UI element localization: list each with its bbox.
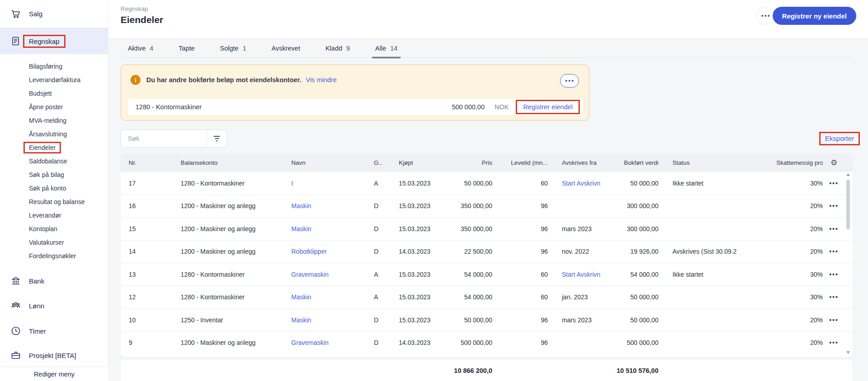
tab-alle[interactable]: Alle14: [375, 39, 397, 58]
cell-actions: •••: [823, 225, 845, 232]
asset-name-link[interactable]: Maskin: [291, 316, 311, 324]
cell-status: Avskrives (Sist 30.09.2: [658, 248, 776, 255]
cell-konto: 1280 - Kontormaskiner: [181, 271, 291, 278]
asset-name-link[interactable]: Robotklipper: [291, 248, 327, 255]
briefcase-icon: [10, 349, 22, 361]
cart-icon: [10, 8, 22, 20]
scrollbar-thumb[interactable]: [846, 180, 850, 229]
row-menu-button[interactable]: •••: [829, 271, 839, 278]
gear-icon[interactable]: ⚙: [831, 158, 837, 167]
cell-pris: 50 000,00: [439, 180, 492, 187]
asset-name-link[interactable]: Maskin: [291, 293, 311, 301]
cell-bokfort: 500 000,00: [616, 339, 658, 346]
tab-kladd[interactable]: Kladd9: [326, 39, 350, 58]
asset-name-link[interactable]: I: [291, 180, 293, 187]
col-g[interactable]: G..: [374, 159, 399, 166]
vertical-scrollbar[interactable]: [845, 173, 851, 354]
cell-navn: Robotklipper: [291, 248, 374, 255]
table-row: 151200 - Maskiner og anleggMaskinD15.03.…: [121, 217, 853, 240]
col-prosent[interactable]: Skattemessig prosent: [776, 159, 823, 166]
start-depreciation-link[interactable]: Start Avskrivn: [562, 271, 600, 278]
sidebar-item-lonn[interactable]: Lønn: [0, 296, 108, 316]
row-menu-button[interactable]: •••: [829, 339, 839, 346]
sidebar-item-mva-melding[interactable]: MVA-melding: [0, 114, 108, 127]
cell-bokfort: 50 000,00: [616, 293, 658, 301]
row-menu-button[interactable]: •••: [829, 316, 839, 324]
cell-nr: 14: [129, 248, 181, 255]
sidebar-item-prosjekt[interactable]: Prosjekt [BETA]: [0, 345, 108, 365]
sidebar-item-saldobalanse[interactable]: Saldobalanse: [0, 154, 108, 168]
tab-avskrevet[interactable]: Avskrevet: [271, 39, 300, 58]
currency-label: NOK: [495, 103, 509, 111]
sidebar-item-fordelingsnokler[interactable]: Fordelingsnøkler: [0, 249, 108, 263]
sidebar-item-bilagsforing[interactable]: Bilagsføring: [0, 60, 108, 73]
sidebar-item-arsavslutning[interactable]: Årsavslutning: [0, 127, 108, 141]
sidebar-item-timer[interactable]: Timer: [0, 321, 108, 341]
asset-name-link[interactable]: Gravemaskin: [291, 339, 328, 346]
row-menu-button[interactable]: •••: [829, 293, 839, 301]
sidebar-item-apne-poster[interactable]: Åpne poster: [0, 100, 108, 114]
assets-table: Nr.BalansekontoNavnG..KjøptPrisLevetid (…: [121, 153, 853, 358]
col-status[interactable]: Status: [658, 159, 776, 166]
cell-g: D: [374, 202, 399, 209]
tab-aktive[interactable]: Aktive4: [128, 39, 154, 58]
cell-g: D: [374, 225, 399, 232]
annotation-box: Registrer eiendel: [516, 100, 580, 114]
col-konto[interactable]: Balansekonto: [181, 159, 291, 166]
cell-avskrives: jan. 2023: [548, 293, 616, 301]
sidebar-item-resultat-og-balanse[interactable]: Resultat og balanse: [0, 195, 108, 209]
sidebar-item-valutakurser[interactable]: Valutakurser: [0, 236, 108, 249]
col-pris[interactable]: Pris: [439, 159, 492, 166]
cell-actions: •••: [823, 202, 845, 209]
col-nr[interactable]: Nr.: [129, 159, 181, 166]
cell-bokfort: 50 000,00: [616, 316, 658, 324]
row-menu-button[interactable]: •••: [829, 248, 839, 255]
col-avskrives[interactable]: Avskrives fra: [548, 159, 616, 166]
banner-more-button[interactable]: [560, 74, 579, 88]
sidebar-item-regnskap[interactable]: Regnskap: [0, 28, 108, 54]
cell-actions: •••: [823, 271, 845, 278]
sidebar-item-salg[interactable]: Salg: [0, 0, 108, 28]
filter-icon: [214, 136, 220, 141]
sidebar-item-sok-pa-konto[interactable]: Søk på konto: [0, 181, 108, 195]
breadcrumb[interactable]: Regnskap: [121, 5, 148, 12]
sidebar-item-sok-pa-bilag[interactable]: Søk på bilag: [0, 168, 108, 181]
asset-name-link[interactable]: Maskin: [291, 225, 311, 232]
cell-actions: •••: [823, 293, 845, 301]
sidebar-item-budsjett[interactable]: Budsjett: [0, 87, 108, 100]
table-row: 91200 - Maskiner og anleggGravemaskinD14…: [121, 331, 853, 354]
search-input[interactable]: [121, 130, 206, 147]
row-menu-button[interactable]: •••: [829, 202, 839, 209]
asset-name-link[interactable]: Gravemaskin: [291, 271, 328, 278]
sidebar-item-leverandor[interactable]: Leverandør: [0, 209, 108, 222]
col-navn[interactable]: Navn: [291, 159, 374, 166]
tab-tapte[interactable]: Tapte: [179, 39, 195, 58]
register-new-asset-button[interactable]: Registrer ny eiendel: [773, 7, 856, 25]
sidebar-item-leverandorfaktura[interactable]: Leverandørfaktura: [0, 73, 108, 87]
col-bokfort[interactable]: Bokført verdi: [616, 159, 658, 166]
scroll-up-arrow[interactable]: [846, 173, 850, 176]
cell-konto: 1200 - Maskiner og anlegg: [181, 248, 291, 255]
row-menu-button[interactable]: •••: [829, 180, 839, 187]
tab-solgte[interactable]: Solgte1: [220, 39, 246, 58]
asset-name-link[interactable]: Maskin: [291, 202, 311, 209]
show-less-link[interactable]: Vis mindre: [306, 76, 336, 84]
edit-menu-button[interactable]: Rediger meny: [0, 367, 108, 381]
sidebar-item-bank[interactable]: Bank: [0, 271, 108, 291]
sidebar-item-eiendeler[interactable]: Eiendeler: [0, 141, 108, 154]
scroll-down-arrow[interactable]: [846, 351, 850, 354]
table-row: 121280 - KontormaskinerMaskinA15.03.2023…: [121, 286, 853, 309]
cell-bokfort: 54 000,00: [616, 271, 658, 278]
cell-navn: Maskin: [291, 225, 374, 232]
filter-button[interactable]: [206, 130, 227, 147]
cell-actions: •••: [823, 180, 845, 187]
sidebar-item-kontoplan[interactable]: Kontoplan: [0, 222, 108, 236]
cell-pris: 350 000,00: [439, 202, 492, 209]
header-more-button[interactable]: [756, 7, 775, 25]
start-depreciation-link[interactable]: Start Avskrivn: [562, 180, 600, 187]
export-link[interactable]: Eksporter: [825, 135, 854, 142]
col-kjopt[interactable]: Kjøpt: [399, 159, 439, 166]
col-levetid[interactable]: Levetid (mn...: [492, 159, 548, 166]
register-asset-link[interactable]: Registrer eiendel: [523, 103, 573, 111]
row-menu-button[interactable]: •••: [829, 225, 839, 232]
